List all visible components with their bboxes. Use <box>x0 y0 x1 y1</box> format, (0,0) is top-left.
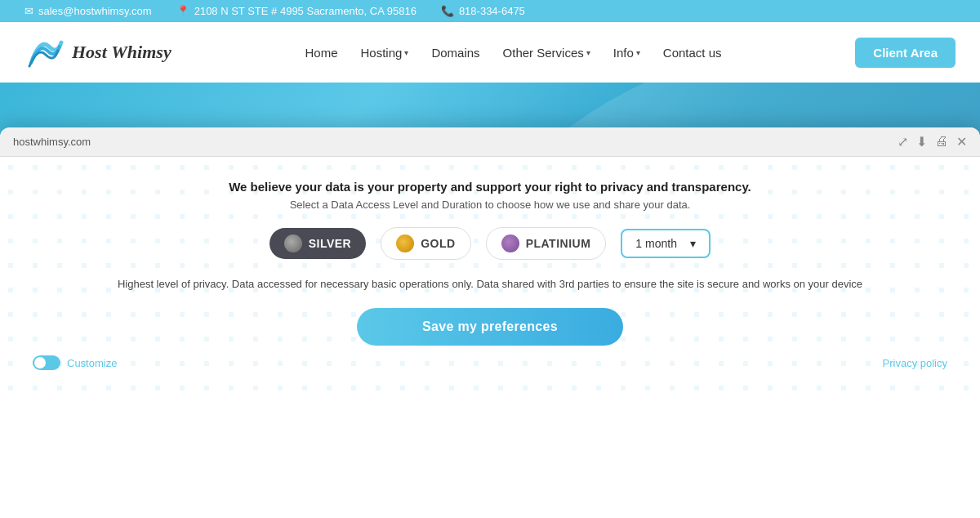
nav-home[interactable]: Home <box>305 46 338 60</box>
platinum-circle <box>501 234 519 252</box>
download-icon[interactable]: ⬇ <box>916 134 927 150</box>
topbar-phone: 📞 818-334-6475 <box>441 5 525 17</box>
dialog-options: SILVER GOLD PLATINIUM 1 month ▾ <box>24 227 956 260</box>
nav-other-services[interactable]: Other Services ▾ <box>503 46 590 60</box>
option-silver-button[interactable]: SILVER <box>270 228 367 259</box>
option-platinum-button[interactable]: PLATINIUM <box>486 227 607 260</box>
nav-info[interactable]: Info ▾ <box>613 46 640 60</box>
print-icon[interactable]: 🖨 <box>935 134 948 150</box>
duration-dropdown[interactable]: 1 month ▾ <box>621 229 710 258</box>
dialog-bar-icons: ⤢ ⬇ 🖨 ✕ <box>898 134 967 150</box>
toggle-knob <box>34 357 46 368</box>
gold-circle <box>396 234 414 252</box>
logo-icon <box>24 30 65 74</box>
nav-domains[interactable]: Domains <box>431 46 479 60</box>
dialog-description: Highest level of privacy. Data accessed … <box>24 276 956 292</box>
dialog-title: We believe your data is your property an… <box>24 180 956 194</box>
customize-toggle[interactable]: Customize <box>33 355 117 370</box>
silver-circle <box>284 234 302 252</box>
privacy-dialog: hostwhimsy.com ⤢ ⬇ 🖨 ✕ We believe your d… <box>0 127 980 394</box>
email-icon: ✉ <box>24 5 33 17</box>
dialog-subtitle: Select a Data Access Level and Duration … <box>24 199 956 211</box>
dialog-bar: hostwhimsy.com ⤢ ⬇ 🖨 ✕ <box>0 127 980 157</box>
dropdown-chevron: ▾ <box>690 237 696 250</box>
dialog-body: We believe your data is your property an… <box>0 157 980 394</box>
nav-hosting[interactable]: Hosting ▾ <box>361 46 409 60</box>
save-preferences-button[interactable]: Save my preferences <box>357 308 623 346</box>
other-services-chevron: ▾ <box>586 48 590 57</box>
client-area-button[interactable]: Client Area <box>855 38 956 68</box>
dialog-footer: Customize Privacy policy <box>24 355 956 375</box>
privacy-policy-link[interactable]: Privacy policy <box>883 357 947 369</box>
close-icon[interactable]: ✕ <box>956 134 967 150</box>
dialog-url: hostwhimsy.com <box>13 136 91 148</box>
nav-links: Home Hosting ▾ Domains Other Services ▾ … <box>305 46 722 60</box>
topbar-email: ✉ sales@hostwhimsy.com <box>24 5 152 17</box>
navbar: Host Whimsy Home Hosting ▾ Domains Other… <box>0 22 980 83</box>
info-chevron: ▾ <box>636 48 640 57</box>
toggle-switch[interactable] <box>33 355 60 370</box>
location-icon: 📍 <box>176 5 189 17</box>
option-gold-button[interactable]: GOLD <box>381 227 470 260</box>
hosting-chevron: ▾ <box>404 48 408 57</box>
topbar: ✉ sales@hostwhimsy.com 📍 2108 N ST STE #… <box>0 0 980 22</box>
logo: Host Whimsy <box>24 30 172 74</box>
logo-text: Host Whimsy <box>72 42 172 63</box>
phone-icon: 📞 <box>441 5 454 17</box>
topbar-address: 📍 2108 N ST STE # 4995 Sacramento, CA 95… <box>176 5 416 17</box>
nav-contact-us[interactable]: Contact us <box>663 46 722 60</box>
dialog-bar-left: hostwhimsy.com <box>13 136 91 148</box>
expand-icon[interactable]: ⤢ <box>898 134 908 150</box>
